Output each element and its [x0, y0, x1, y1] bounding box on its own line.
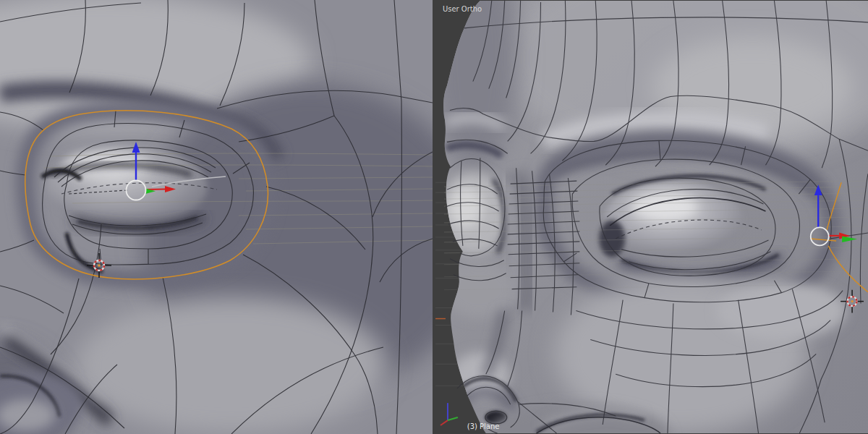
blender-window: User Ortho (3) Plane	[0, 0, 868, 434]
viewport-left[interactable]	[0, 0, 433, 434]
face-surface-right	[435, 0, 868, 434]
active-object-label: (3) Plane	[467, 422, 500, 430]
viewport-right[interactable]: User Ortho (3) Plane	[435, 0, 868, 434]
face-surface-left	[0, 0, 433, 434]
view-mode-label: User Ortho	[443, 5, 482, 13]
